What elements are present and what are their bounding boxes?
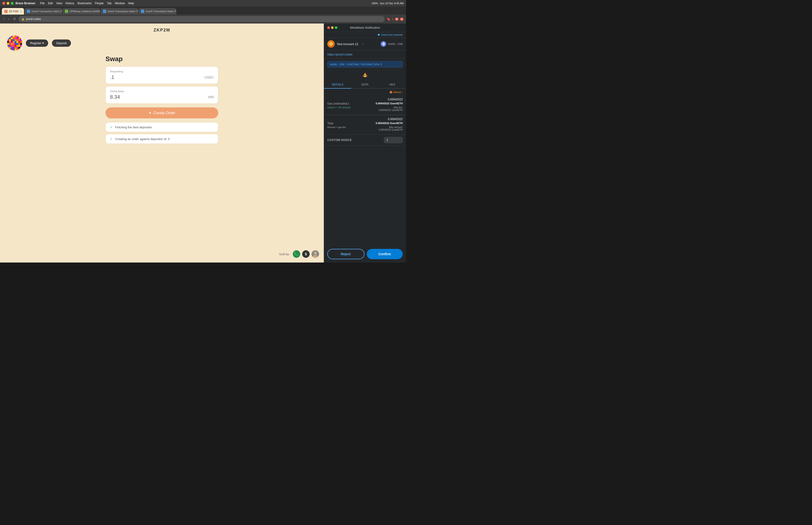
tab-zkp2m[interactable]: ZK P2M ✕ bbox=[2, 8, 24, 15]
mm-network-label: Goerli test network bbox=[381, 33, 403, 36]
back-button[interactable]: ‹ bbox=[2, 16, 5, 22]
mm-account-avatar bbox=[327, 40, 335, 48]
share-icon[interactable]: ↑ bbox=[392, 17, 394, 21]
mm-market-link[interactable]: 🦊 Market › bbox=[327, 90, 403, 93]
menu-edit[interactable]: Edit bbox=[48, 2, 53, 5]
contract-badge-text: 0x696...C06f : CONTRACT INTERACTION bbox=[330, 63, 379, 66]
menu-history[interactable]: History bbox=[65, 2, 74, 5]
amount-gas-fee-label: Amount + gas fee bbox=[327, 126, 346, 129]
tab-goerli1[interactable]: Goerli Transaction Hash (Txhash) D... ✕ bbox=[25, 8, 62, 15]
mm-minimize-button[interactable] bbox=[331, 26, 334, 29]
mm-fullscreen-button[interactable] bbox=[335, 26, 337, 29]
info-icon[interactable]: ℹ bbox=[381, 63, 382, 66]
mm-origin: https://proof.codes bbox=[324, 50, 406, 59]
tab-label-goerli1: Goerli Transaction Hash (Txhash) D... bbox=[31, 10, 62, 13]
total-label-row: Total 0.00042522 GoerliETH bbox=[327, 122, 403, 125]
battery-label: 190% bbox=[371, 2, 378, 5]
tab-label-goerli2: Goerli Transaction Hash (Txhash) D... bbox=[108, 10, 138, 13]
footer-avatar-3 bbox=[311, 250, 319, 258]
extension-badge-2[interactable]: 1 bbox=[400, 18, 404, 21]
giving-away-label: Giving Away bbox=[110, 90, 214, 93]
register-button[interactable]: Register ▾ bbox=[26, 40, 48, 47]
mm-nonce-section: CUSTOM NONCE bbox=[324, 135, 406, 146]
url-display: proof.codes bbox=[26, 17, 41, 21]
tab-bar: ZK P2M ✕ Goerli Transaction Hash (Txhash… bbox=[0, 6, 406, 15]
tab-upiramp[interactable]: UPIRamp | Address 0x696acb718e... ✕ bbox=[62, 8, 100, 15]
total-eth-value: 0.00042522 bbox=[388, 118, 403, 121]
mm-close-button[interactable] bbox=[327, 26, 330, 29]
mm-arrow-icon: → bbox=[361, 42, 364, 46]
gas-likely-label: Likely in < 30 seconds bbox=[327, 106, 351, 109]
reject-label: Reject bbox=[341, 252, 351, 256]
menu-window[interactable]: Window bbox=[115, 2, 125, 5]
refresh-button[interactable]: ↺ bbox=[12, 16, 17, 22]
svg-point-0 bbox=[314, 252, 317, 255]
mm-account-address: 0x696...C06f bbox=[388, 43, 403, 45]
built-by-label: built by - bbox=[279, 252, 291, 256]
menu-help[interactable]: Help bbox=[128, 2, 134, 5]
total-gorli-value: 0.00042522 GoerliETH bbox=[376, 122, 403, 124]
gas-info-icon[interactable]: ℹ bbox=[348, 103, 349, 105]
max-amount-label: Max amount: bbox=[389, 126, 403, 129]
menu-tab[interactable]: Tab bbox=[107, 2, 111, 5]
svg-point-15 bbox=[365, 75, 366, 76]
minimize-button[interactable] bbox=[6, 2, 10, 5]
tab-close-active[interactable]: ✕ bbox=[20, 10, 21, 13]
mm-network-bar: Goerli test network bbox=[324, 32, 406, 38]
mm-tab-data[interactable]: DATA bbox=[351, 81, 379, 89]
swap-title: Swap bbox=[106, 55, 218, 63]
menu-bookmarks[interactable]: Bookmarks bbox=[78, 2, 92, 5]
confirm-button[interactable]: Confirm bbox=[367, 249, 403, 259]
requesting-amount[interactable]: .1 bbox=[110, 74, 114, 80]
reject-button[interactable]: Reject bbox=[327, 249, 364, 259]
browser-actions: 🔖 ↑ 3 1 bbox=[386, 17, 404, 21]
gas-label: Gas (estimated) ℹ bbox=[327, 102, 349, 105]
svg-point-1 bbox=[313, 255, 318, 258]
user-avatar bbox=[7, 35, 22, 50]
mm-traffic-lights bbox=[327, 26, 337, 29]
traffic-lights bbox=[2, 2, 14, 5]
menu-file[interactable]: File bbox=[40, 2, 45, 5]
browser-toolbar: ‹ › ↺ 🔒 proof.codes 🔖 ↑ 3 1 bbox=[0, 15, 406, 24]
web-nav: Register ▾ Deposit bbox=[0, 35, 324, 50]
max-fee-label: Max fee: bbox=[394, 106, 403, 109]
mac-titlebar: Brave Browser File Edit View History Boo… bbox=[0, 0, 406, 6]
bookmark-icon[interactable]: 🔖 bbox=[386, 17, 390, 21]
address-bar[interactable]: 🔒 proof.codes bbox=[18, 16, 385, 22]
requesting-field: Requesting .1 USDC bbox=[106, 66, 218, 84]
total-value-row: 0.00042522 bbox=[327, 118, 403, 121]
giving-away-amount[interactable]: 8.34 bbox=[110, 94, 120, 100]
deposit-button[interactable]: Deposit bbox=[52, 40, 71, 47]
mm-eth-icon bbox=[381, 41, 386, 47]
time-label: Sun 10 Dec 8:45 AM bbox=[380, 2, 404, 5]
total-max-row: Amount + gas fee Max amount: 0.00042522 … bbox=[327, 126, 403, 131]
gas-gorli-value: 0.00042522 GoerliETH bbox=[376, 102, 403, 105]
mm-tab-details[interactable]: DETAILS bbox=[324, 81, 351, 89]
mm-title: MetaMask Notification bbox=[350, 26, 380, 29]
status-item-1: ✓ Creating an order against depositor id… bbox=[106, 134, 218, 144]
fullscreen-button[interactable] bbox=[11, 2, 14, 5]
create-order-button[interactable]: ✦ Create Order bbox=[106, 107, 218, 118]
nonce-input[interactable] bbox=[384, 137, 403, 143]
close-button[interactable] bbox=[2, 2, 5, 5]
menu-people[interactable]: People bbox=[95, 2, 104, 5]
svg-point-14 bbox=[364, 75, 365, 76]
mm-contract-badge: 0x696...C06f : CONTRACT INTERACTION ℹ bbox=[327, 61, 403, 68]
pixel-art bbox=[7, 35, 22, 50]
max-amount-value: 0.00042522 GoerliETH bbox=[379, 129, 403, 131]
menu-view[interactable]: View bbox=[56, 2, 62, 5]
gas-label-row: Gas (estimated) ℹ 0.00042522 GoerliETH bbox=[327, 102, 403, 105]
network-status-dot bbox=[378, 34, 380, 36]
extension-badge-1[interactable]: 3 bbox=[395, 18, 399, 21]
footer-avatar-2: $ bbox=[302, 250, 310, 258]
tab-label-upiramp: UPIRamp | Address 0x696acb718e... bbox=[70, 10, 100, 13]
market-fox-icon: 🦊 bbox=[389, 90, 393, 93]
tab-goerli3[interactable]: Goerli Transaction Hash (Txhash) D... ✕ bbox=[139, 8, 176, 15]
svg-point-3 bbox=[329, 42, 333, 46]
market-link-row: 🦊 Market › bbox=[324, 89, 406, 95]
mm-titlebar: MetaMask Notification bbox=[324, 24, 406, 32]
tab-goerli2[interactable]: Goerli Transaction Hash (Txhash) D... ✕ bbox=[101, 8, 138, 15]
mm-tab-hex[interactable]: HEX bbox=[379, 81, 406, 89]
forward-button[interactable]: › bbox=[7, 16, 10, 22]
deposit-label: Deposit bbox=[56, 41, 66, 45]
